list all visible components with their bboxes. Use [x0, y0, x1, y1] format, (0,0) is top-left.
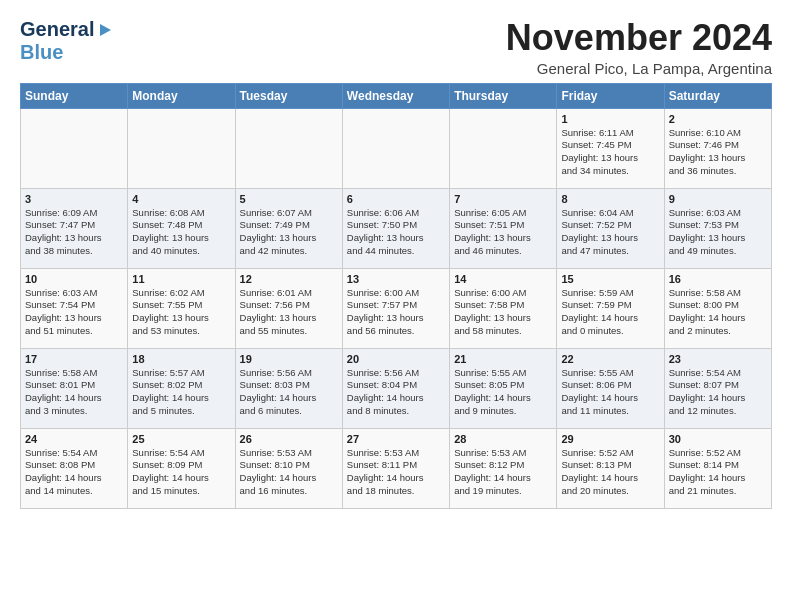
calendar-cell: 3Sunrise: 6:09 AM Sunset: 7:47 PM Daylig… — [21, 188, 128, 268]
cell-info: Sunrise: 5:55 AM Sunset: 8:05 PM Dayligh… — [454, 367, 552, 418]
day-number: 26 — [240, 433, 338, 445]
logo-blue-text: Blue — [20, 41, 63, 63]
calendar-cell: 13Sunrise: 6:00 AM Sunset: 7:57 PM Dayli… — [342, 268, 449, 348]
main-title: November 2024 — [506, 18, 772, 58]
cell-info: Sunrise: 6:07 AM Sunset: 7:49 PM Dayligh… — [240, 207, 338, 258]
cell-info: Sunrise: 6:11 AM Sunset: 7:45 PM Dayligh… — [561, 127, 659, 178]
calendar-cell: 25Sunrise: 5:54 AM Sunset: 8:09 PM Dayli… — [128, 428, 235, 508]
cell-info: Sunrise: 6:05 AM Sunset: 7:51 PM Dayligh… — [454, 207, 552, 258]
calendar-cell: 14Sunrise: 6:00 AM Sunset: 7:58 PM Dayli… — [450, 268, 557, 348]
day-number: 14 — [454, 273, 552, 285]
cell-info: Sunrise: 5:59 AM Sunset: 7:59 PM Dayligh… — [561, 287, 659, 338]
cell-info: Sunrise: 5:53 AM Sunset: 8:12 PM Dayligh… — [454, 447, 552, 498]
day-number: 30 — [669, 433, 767, 445]
cell-info: Sunrise: 5:57 AM Sunset: 8:02 PM Dayligh… — [132, 367, 230, 418]
cell-info: Sunrise: 6:04 AM Sunset: 7:52 PM Dayligh… — [561, 207, 659, 258]
calendar-cell: 4Sunrise: 6:08 AM Sunset: 7:48 PM Daylig… — [128, 188, 235, 268]
cell-info: Sunrise: 5:56 AM Sunset: 8:03 PM Dayligh… — [240, 367, 338, 418]
page: General Blue November 2024 General Pico,… — [0, 0, 792, 519]
day-header-thursday: Thursday — [450, 83, 557, 108]
day-number: 9 — [669, 193, 767, 205]
calendar-cell: 12Sunrise: 6:01 AM Sunset: 7:56 PM Dayli… — [235, 268, 342, 348]
day-number: 19 — [240, 353, 338, 365]
day-number: 7 — [454, 193, 552, 205]
calendar-cell: 19Sunrise: 5:56 AM Sunset: 8:03 PM Dayli… — [235, 348, 342, 428]
day-number: 29 — [561, 433, 659, 445]
day-header-wednesday: Wednesday — [342, 83, 449, 108]
calendar-table: SundayMondayTuesdayWednesdayThursdayFrid… — [20, 83, 772, 509]
header: General Blue November 2024 General Pico,… — [20, 18, 772, 77]
cell-info: Sunrise: 5:54 AM Sunset: 8:07 PM Dayligh… — [669, 367, 767, 418]
day-header-friday: Friday — [557, 83, 664, 108]
calendar-cell: 6Sunrise: 6:06 AM Sunset: 7:50 PM Daylig… — [342, 188, 449, 268]
day-header-sunday: Sunday — [21, 83, 128, 108]
calendar-cell: 26Sunrise: 5:53 AM Sunset: 8:10 PM Dayli… — [235, 428, 342, 508]
cell-info: Sunrise: 5:55 AM Sunset: 8:06 PM Dayligh… — [561, 367, 659, 418]
calendar-cell — [128, 108, 235, 188]
day-number: 2 — [669, 113, 767, 125]
cell-info: Sunrise: 6:03 AM Sunset: 7:54 PM Dayligh… — [25, 287, 123, 338]
calendar-cell: 1Sunrise: 6:11 AM Sunset: 7:45 PM Daylig… — [557, 108, 664, 188]
day-number: 4 — [132, 193, 230, 205]
cell-info: Sunrise: 5:53 AM Sunset: 8:10 PM Dayligh… — [240, 447, 338, 498]
calendar-cell: 16Sunrise: 5:58 AM Sunset: 8:00 PM Dayli… — [664, 268, 771, 348]
day-number: 28 — [454, 433, 552, 445]
day-number: 17 — [25, 353, 123, 365]
week-row-4: 17Sunrise: 5:58 AM Sunset: 8:01 PM Dayli… — [21, 348, 772, 428]
calendar-cell — [342, 108, 449, 188]
cell-info: Sunrise: 5:52 AM Sunset: 8:14 PM Dayligh… — [669, 447, 767, 498]
calendar-cell: 22Sunrise: 5:55 AM Sunset: 8:06 PM Dayli… — [557, 348, 664, 428]
cell-info: Sunrise: 6:06 AM Sunset: 7:50 PM Dayligh… — [347, 207, 445, 258]
calendar-cell: 18Sunrise: 5:57 AM Sunset: 8:02 PM Dayli… — [128, 348, 235, 428]
calendar-cell: 27Sunrise: 5:53 AM Sunset: 8:11 PM Dayli… — [342, 428, 449, 508]
cell-info: Sunrise: 6:03 AM Sunset: 7:53 PM Dayligh… — [669, 207, 767, 258]
title-block: November 2024 General Pico, La Pampa, Ar… — [506, 18, 772, 77]
calendar-cell: 10Sunrise: 6:03 AM Sunset: 7:54 PM Dayli… — [21, 268, 128, 348]
calendar-cell — [235, 108, 342, 188]
day-number: 5 — [240, 193, 338, 205]
day-number: 18 — [132, 353, 230, 365]
calendar-cell — [21, 108, 128, 188]
calendar-cell: 11Sunrise: 6:02 AM Sunset: 7:55 PM Dayli… — [128, 268, 235, 348]
day-number: 11 — [132, 273, 230, 285]
day-number: 10 — [25, 273, 123, 285]
cell-info: Sunrise: 5:52 AM Sunset: 8:13 PM Dayligh… — [561, 447, 659, 498]
calendar-cell: 9Sunrise: 6:03 AM Sunset: 7:53 PM Daylig… — [664, 188, 771, 268]
logo-arrow-icon — [96, 21, 114, 39]
day-number: 3 — [25, 193, 123, 205]
calendar-cell: 23Sunrise: 5:54 AM Sunset: 8:07 PM Dayli… — [664, 348, 771, 428]
cell-info: Sunrise: 6:09 AM Sunset: 7:47 PM Dayligh… — [25, 207, 123, 258]
day-number: 6 — [347, 193, 445, 205]
calendar-cell: 29Sunrise: 5:52 AM Sunset: 8:13 PM Dayli… — [557, 428, 664, 508]
day-number: 23 — [669, 353, 767, 365]
header-row: SundayMondayTuesdayWednesdayThursdayFrid… — [21, 83, 772, 108]
day-number: 27 — [347, 433, 445, 445]
cell-info: Sunrise: 6:10 AM Sunset: 7:46 PM Dayligh… — [669, 127, 767, 178]
cell-info: Sunrise: 6:00 AM Sunset: 7:58 PM Dayligh… — [454, 287, 552, 338]
day-number: 20 — [347, 353, 445, 365]
day-number: 13 — [347, 273, 445, 285]
logo-general-text: General — [20, 18, 94, 41]
cell-info: Sunrise: 5:53 AM Sunset: 8:11 PM Dayligh… — [347, 447, 445, 498]
week-row-3: 10Sunrise: 6:03 AM Sunset: 7:54 PM Dayli… — [21, 268, 772, 348]
day-header-tuesday: Tuesday — [235, 83, 342, 108]
calendar-cell — [450, 108, 557, 188]
week-row-2: 3Sunrise: 6:09 AM Sunset: 7:47 PM Daylig… — [21, 188, 772, 268]
calendar-cell: 17Sunrise: 5:58 AM Sunset: 8:01 PM Dayli… — [21, 348, 128, 428]
subtitle: General Pico, La Pampa, Argentina — [506, 60, 772, 77]
cell-info: Sunrise: 6:02 AM Sunset: 7:55 PM Dayligh… — [132, 287, 230, 338]
cell-info: Sunrise: 6:00 AM Sunset: 7:57 PM Dayligh… — [347, 287, 445, 338]
calendar-cell: 7Sunrise: 6:05 AM Sunset: 7:51 PM Daylig… — [450, 188, 557, 268]
day-number: 21 — [454, 353, 552, 365]
day-number: 22 — [561, 353, 659, 365]
cell-info: Sunrise: 5:54 AM Sunset: 8:09 PM Dayligh… — [132, 447, 230, 498]
calendar-cell: 30Sunrise: 5:52 AM Sunset: 8:14 PM Dayli… — [664, 428, 771, 508]
day-number: 1 — [561, 113, 659, 125]
cell-info: Sunrise: 6:01 AM Sunset: 7:56 PM Dayligh… — [240, 287, 338, 338]
day-header-monday: Monday — [128, 83, 235, 108]
calendar-cell: 5Sunrise: 6:07 AM Sunset: 7:49 PM Daylig… — [235, 188, 342, 268]
day-header-saturday: Saturday — [664, 83, 771, 108]
calendar-cell: 28Sunrise: 5:53 AM Sunset: 8:12 PM Dayli… — [450, 428, 557, 508]
day-number: 12 — [240, 273, 338, 285]
week-row-5: 24Sunrise: 5:54 AM Sunset: 8:08 PM Dayli… — [21, 428, 772, 508]
